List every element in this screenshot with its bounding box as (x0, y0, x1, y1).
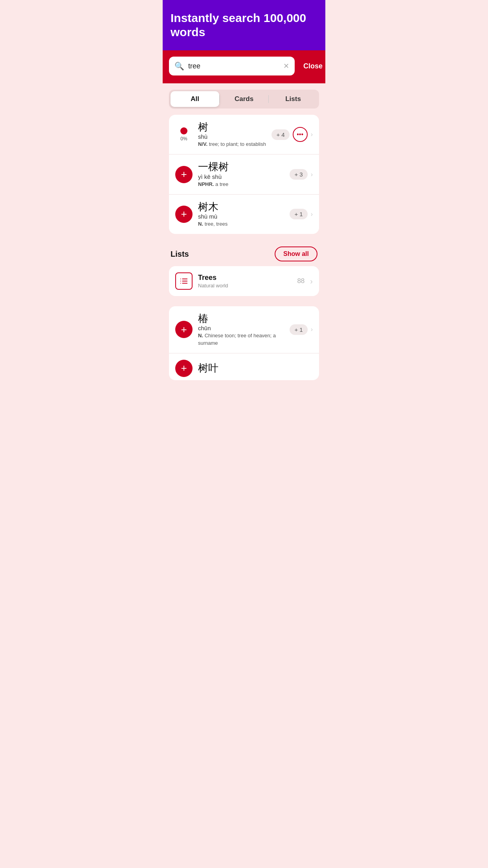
word-definition-2: a tree (215, 181, 228, 187)
percent-label-1: 0% (180, 136, 187, 142)
list-info-trees: Trees Natural world (198, 274, 292, 289)
word-chinese-3: 树木 (198, 201, 284, 213)
word-avatar-1: 0% (175, 127, 193, 142)
extra-word-pinyin-1: chūn (198, 325, 284, 331)
close-button[interactable]: Close (303, 62, 323, 70)
word-item-2: + 一棵树 yì kē shù NPHR. a tree + 3 › (169, 154, 319, 194)
chevron-icon-2[interactable]: › (311, 171, 313, 178)
word-pos-1: N/V. (198, 141, 207, 147)
extra-count-badge-1[interactable]: + 1 (290, 324, 307, 335)
word-pinyin-1: shù (198, 133, 266, 140)
words-card-container: 0% 树 shù N/V. tree; to plant; to establi… (169, 115, 319, 234)
list-category-trees: Natural world (198, 283, 292, 289)
extra-word-chinese-2: 树叶 (198, 362, 313, 374)
word-chinese-2: 一棵树 (198, 161, 284, 173)
tab-cards[interactable]: Cards (220, 91, 268, 107)
plus-icon-extra-1[interactable]: + (175, 321, 193, 338)
plus-icon-3[interactable]: + (175, 206, 193, 223)
word-pos-3: N. (198, 221, 203, 227)
word-actions-3: + 1 › (290, 209, 313, 219)
header-banner: Instantly search 100,000 words (163, 0, 325, 50)
chevron-icon-3[interactable]: › (311, 211, 313, 218)
word-definition-3: tree, trees (205, 221, 228, 227)
word-pinyin-3: shù mù (198, 213, 284, 220)
word-def-1: N/V. tree; to plant; to establish (198, 141, 266, 148)
word-actions-1: + 4 ••• › (272, 127, 313, 142)
list-count-trees: 88 (297, 277, 305, 285)
extra-word-def-1: N. Chinese toon; tree of heaven; a surna… (198, 332, 284, 346)
search-area: 🔍 ✕ Close (163, 50, 325, 83)
word-def-3: N. tree, trees (198, 221, 284, 228)
chevron-icon-1[interactable]: › (311, 131, 313, 138)
word-info-2: 一棵树 yì kē shù NPHR. a tree (198, 161, 284, 188)
word-def-2: NPHR. a tree (198, 181, 284, 188)
count-badge-3[interactable]: + 1 (290, 209, 307, 219)
extra-word-info-1: 椿 chūn N. Chinese toon; tree of heaven; … (198, 313, 284, 347)
lists-section-title: Lists (171, 250, 189, 259)
more-button-1[interactable]: ••• (293, 127, 308, 142)
search-input[interactable] (188, 62, 279, 70)
extra-words-card: + 椿 chūn N. Chinese toon; tree of heaven… (169, 306, 319, 380)
word-avatar-3: + (175, 206, 193, 223)
word-item-3: + 树木 shù mù N. tree, trees + 1 › (169, 195, 319, 234)
header-title: Instantly search 100,000 words (171, 11, 317, 39)
list-icon (175, 272, 193, 290)
word-info-1: 树 shù N/V. tree; to plant; to establish (198, 121, 266, 148)
chevron-list-trees[interactable]: › (310, 277, 313, 286)
show-all-button[interactable]: Show all (275, 246, 317, 261)
extra-word-item-2: + 树叶 (169, 353, 319, 380)
count-badge-2[interactable]: + 3 (290, 169, 307, 180)
dot-icon (180, 127, 187, 134)
extra-word-pos-1: N. (198, 333, 203, 338)
plus-icon-2[interactable]: + (175, 166, 193, 183)
lists-section: Lists Show all Trees Natural world 88 › (163, 240, 325, 306)
word-pos-2: NPHR. (198, 181, 214, 187)
words-section: 0% 树 shù N/V. tree; to plant; to establi… (163, 112, 325, 240)
list-item-trees[interactable]: Trees Natural world 88 › (169, 266, 319, 296)
extra-word-chinese-1: 椿 (198, 313, 284, 325)
ellipsis-icon: ••• (297, 131, 303, 138)
tab-lists[interactable]: Lists (269, 91, 317, 107)
extra-word-item-1: + 椿 chūn N. Chinese toon; tree of heaven… (169, 306, 319, 353)
word-avatar-2: + (175, 166, 193, 183)
extra-word-actions-1: + 1 › (290, 324, 313, 335)
tab-all[interactable]: All (171, 91, 219, 107)
tabs: All Cards Lists (169, 90, 319, 108)
search-icon: 🔍 (174, 61, 184, 71)
word-chinese-1: 树 (198, 121, 266, 133)
clear-icon[interactable]: ✕ (283, 62, 289, 70)
section-header: Lists Show all (169, 243, 319, 266)
word-definition-1: tree; to plant; to establish (209, 141, 266, 147)
extra-word-definition-1: Chinese toon; tree of heaven; a surname (198, 333, 276, 346)
word-pinyin-2: yì kē shù (198, 173, 284, 180)
extra-word-avatar-1: + (175, 321, 193, 338)
extra-words-section: + 椿 chūn N. Chinese toon; tree of heaven… (163, 306, 325, 386)
extra-word-info-2: 树叶 (198, 362, 313, 374)
word-info-3: 树木 shù mù N. tree, trees (198, 201, 284, 228)
search-bar: 🔍 ✕ (169, 57, 295, 75)
extra-word-avatar-2: + (175, 360, 193, 377)
extra-chevron-1[interactable]: › (311, 326, 313, 333)
list-name-trees: Trees (198, 274, 292, 282)
count-badge-1[interactable]: + 4 (272, 129, 289, 140)
tabs-container: All Cards Lists (163, 83, 325, 112)
word-item-1: 0% 树 shù N/V. tree; to plant; to establi… (169, 115, 319, 154)
word-actions-2: + 3 › (290, 169, 313, 180)
plus-icon-extra-2[interactable]: + (175, 360, 193, 377)
